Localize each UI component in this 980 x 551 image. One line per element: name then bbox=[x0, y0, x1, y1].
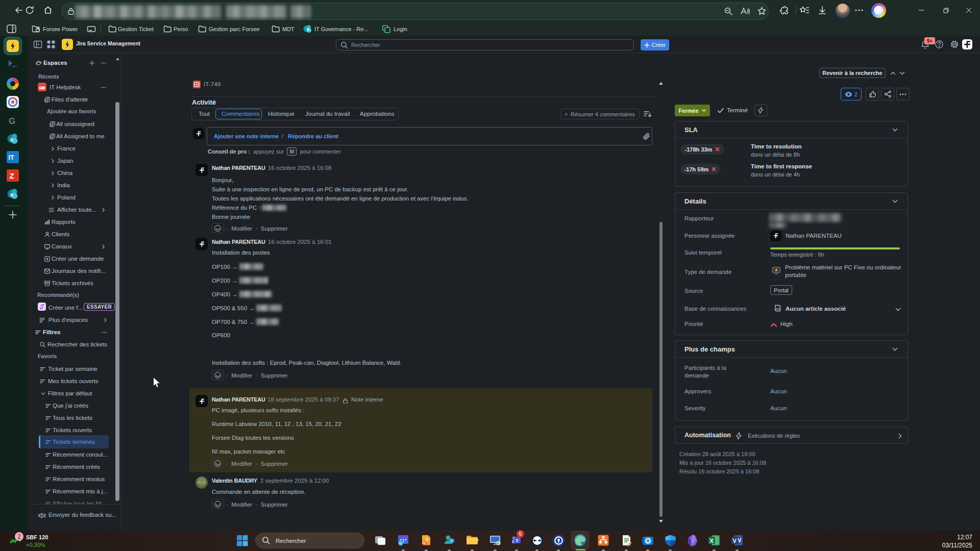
svg-text:V: V bbox=[732, 538, 737, 544]
svg-text:T: T bbox=[516, 538, 519, 543]
svg-text:G: G bbox=[9, 116, 15, 126]
svg-text:X: X bbox=[709, 538, 714, 544]
svg-text:Z: Z bbox=[10, 171, 14, 180]
svg-text:IT: IT bbox=[9, 154, 14, 161]
svg-text:s: s bbox=[307, 26, 309, 32]
svg-text:V: V bbox=[738, 538, 741, 543]
svg-text:s: s bbox=[10, 136, 13, 142]
svg-text:s: s bbox=[10, 191, 13, 197]
